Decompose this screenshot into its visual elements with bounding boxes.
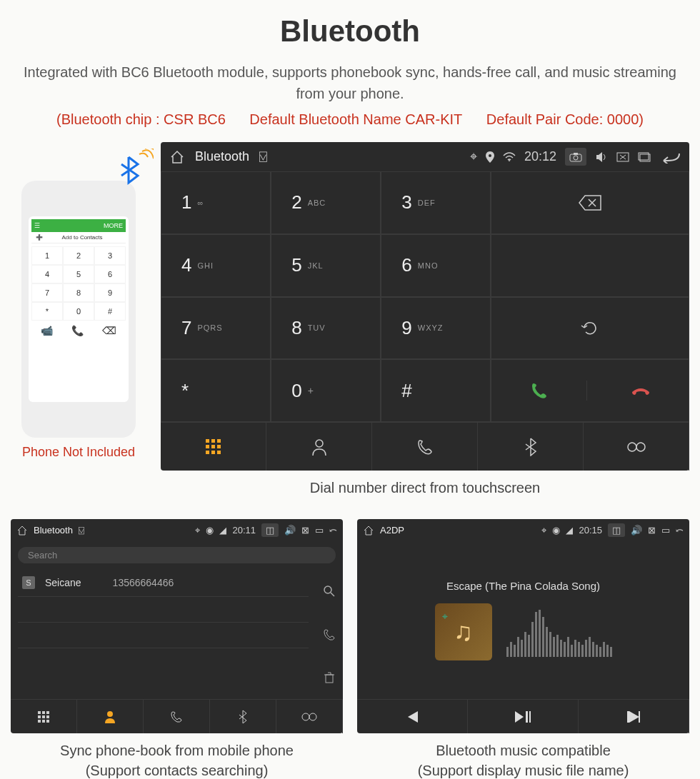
dialpad-key-star[interactable]: *	[161, 359, 271, 422]
phone-mock-add: Add to Contacts	[62, 234, 103, 241]
contact-row-empty	[18, 623, 309, 648]
svg-rect-8	[206, 439, 209, 443]
back-icon[interactable]: ⤺	[329, 525, 337, 536]
svg-rect-22	[38, 711, 41, 714]
screenshot-icon[interactable]: ◫	[608, 523, 625, 537]
page-title: Bluetooth	[11, 14, 689, 49]
svg-rect-28	[38, 720, 41, 723]
visualizer	[506, 607, 612, 657]
search-input[interactable]: Search	[18, 547, 336, 563]
album-art: ⌖ ♫	[435, 603, 492, 660]
next-button[interactable]	[579, 700, 689, 733]
prev-button[interactable]	[357, 700, 468, 733]
dialpad-key-2[interactable]: 2ABC	[271, 171, 381, 234]
nav-pair[interactable]	[276, 700, 343, 733]
clock-time: 20:15	[579, 525, 602, 536]
contact-badge: S	[22, 576, 35, 589]
svg-rect-26	[42, 715, 45, 718]
dialpad-key-6[interactable]: 6MNO	[381, 234, 491, 297]
dialpad-key-9[interactable]: 9WXYZ	[381, 297, 491, 360]
nav-contacts[interactable]	[266, 423, 372, 471]
dialpad-key-hash[interactable]: #	[381, 359, 491, 422]
playpause-button[interactable]	[468, 700, 579, 733]
phonebook-caption: Sync phone-book from mobile phone (Suppo…	[11, 740, 343, 779]
svg-rect-11	[206, 445, 209, 448]
nav-bluetooth[interactable]	[478, 423, 584, 471]
close-icon[interactable]: ⊠	[648, 525, 656, 536]
dialpad-key-1[interactable]: 1∞	[161, 171, 271, 234]
dialpad-key-3[interactable]: 3DEF	[381, 171, 491, 234]
call-button[interactable]	[491, 381, 587, 401]
wifi-icon: ◢	[219, 525, 226, 536]
recent-icon[interactable]	[638, 149, 652, 164]
svg-point-0	[489, 154, 491, 157]
spec-pair: Default Pair Code: 0000)	[486, 111, 644, 127]
backspace-key[interactable]	[491, 171, 689, 234]
volume-icon[interactable]: 🔊	[631, 525, 642, 536]
home-icon[interactable]	[363, 524, 374, 536]
dialpad-key-7[interactable]: 7PQRS	[161, 297, 271, 360]
svg-point-32	[302, 713, 309, 720]
contact-name: Seicane	[45, 577, 81, 588]
dialpad-key-0[interactable]: 0+	[271, 359, 381, 422]
music-screen: A2DP ⌖ ◉ ◢ 20:15 ◫ 🔊 ⊠ ▭ ⤺	[357, 519, 689, 733]
back-icon[interactable]	[661, 149, 681, 164]
svg-rect-35	[529, 711, 531, 723]
dialer-caption: Dial number direct from touchscreen	[161, 478, 689, 498]
screenshot-icon[interactable]: ◫	[261, 523, 279, 537]
nav-dialpad[interactable]	[11, 700, 77, 733]
nav-dialpad[interactable]	[161, 423, 266, 471]
dialpad-key-4[interactable]: 4GHI	[161, 234, 271, 297]
svg-point-1	[509, 160, 510, 161]
close-icon[interactable]: ⊠	[301, 525, 309, 536]
svg-rect-25	[38, 715, 41, 718]
volume-icon[interactable]	[595, 149, 608, 164]
dialpad-key-5[interactable]: 5JKL	[271, 234, 381, 297]
nav-bluetooth[interactable]	[210, 700, 276, 733]
phone-key: 7	[31, 283, 63, 302]
svg-rect-29	[42, 720, 45, 723]
close-icon[interactable]	[616, 149, 629, 164]
nav-calllog[interactable]	[144, 700, 210, 733]
svg-point-20	[324, 586, 331, 593]
back-icon[interactable]: ⤺	[676, 525, 684, 536]
search-icon[interactable]	[323, 583, 336, 598]
svg-rect-23	[42, 711, 45, 714]
dialpad-key-8[interactable]: 8TUV	[271, 297, 381, 360]
phone-key: #	[94, 302, 126, 321]
refresh-key[interactable]	[491, 297, 689, 360]
nav-contacts[interactable]	[77, 700, 144, 733]
screenshot-icon[interactable]	[565, 148, 586, 166]
recent-icon[interactable]: ▭	[315, 525, 324, 536]
phone-key: 8	[63, 283, 94, 302]
recent-icon[interactable]: ▭	[661, 525, 670, 536]
phone-key: *	[31, 302, 63, 321]
page-subtitle: Integrated with BC6 Bluetooth module, su…	[11, 61, 689, 104]
svg-rect-30	[46, 720, 49, 723]
svg-rect-13	[217, 445, 221, 448]
call-hang-row	[491, 359, 689, 422]
delete-icon[interactable]	[323, 670, 336, 685]
empty-cell	[491, 234, 689, 297]
nav-pair[interactable]	[584, 423, 689, 471]
wifi-icon	[503, 149, 516, 164]
call-icon[interactable]	[323, 626, 336, 641]
home-icon[interactable]	[16, 524, 28, 536]
phone-mock-more: MORE	[104, 222, 123, 229]
phone-mockup: ☰MORE ➕Add to Contacts 1 2 3 4 5 6 7 8 9…	[21, 181, 136, 438]
spec-chip: (Bluetooth chip : CSR BC6	[56, 111, 226, 127]
hangup-button[interactable]	[593, 383, 689, 398]
screen-title: Bluetooth	[34, 525, 73, 536]
usb-icon: ⍌	[259, 149, 267, 164]
bluetooth-icon: ⌖	[470, 149, 477, 164]
bluetooth-icon: ⌖	[541, 525, 546, 536]
svg-rect-24	[46, 711, 49, 714]
nav-calllog[interactable]	[372, 423, 478, 471]
svg-rect-9	[211, 439, 215, 443]
contact-row[interactable]: S Seicane 13566664466	[18, 569, 309, 597]
volume-icon[interactable]: 🔊	[284, 525, 296, 536]
svg-rect-14	[206, 451, 209, 454]
svg-rect-10	[217, 439, 221, 443]
specs-line: (Bluetooth chip : CSR BC6 Default Blueto…	[11, 111, 689, 128]
home-icon[interactable]	[169, 149, 185, 164]
